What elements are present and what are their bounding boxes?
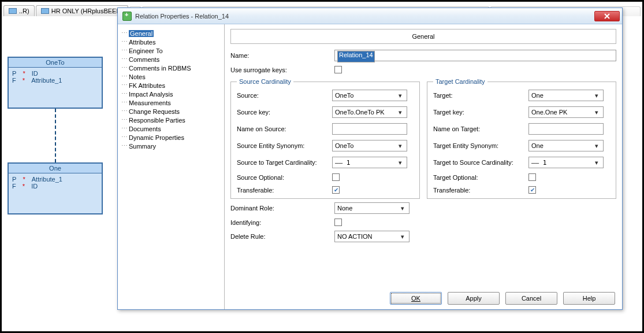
select-value: One.One PK (531, 109, 567, 116)
entity-col-prefix: P (12, 70, 16, 77)
tree-dash-icon: ⋯ (121, 142, 128, 150)
entity-body: P * Attribute_1 F * ID (9, 173, 102, 192)
tree-item[interactable]: ⋯Comments in RDBMS (121, 64, 221, 72)
entity-title: One (9, 164, 102, 173)
diagram-icon (41, 8, 49, 14)
target-select[interactable]: One▾ (528, 90, 604, 101)
tree-item-label: Impact Analysis (129, 91, 173, 98)
tree-dash-icon: ⋯ (121, 56, 128, 63)
diagram-icon (9, 8, 17, 14)
tree-item-label: General (129, 30, 154, 37)
mandatory-mark: * (23, 176, 25, 183)
help-button[interactable]: Help (563, 292, 615, 305)
chevron-down-icon: ▾ (396, 159, 404, 166)
tree-item[interactable]: ⋯Dynamic Properties (121, 133, 221, 142)
tree-item[interactable]: ⋯Summary (121, 142, 221, 150)
entity-body: P * ID F * Attribute_1 (9, 68, 102, 86)
select-value: —— 1 (531, 159, 547, 166)
target-label: Target: (433, 92, 528, 99)
ok-button[interactable]: OK (390, 292, 442, 305)
tree-item[interactable]: ⋯General (121, 29, 221, 38)
tree-item[interactable]: ⋯Responsible Parties (121, 116, 221, 124)
identifying-checkbox[interactable] (334, 219, 342, 226)
tree-item-label: Responsible Parties (129, 117, 185, 124)
chevron-down-icon: ▾ (593, 92, 601, 99)
select-value: OneTo (335, 142, 353, 149)
tree-item[interactable]: ⋯Change Requests (121, 107, 221, 116)
tree-item-label: Change Requests (129, 108, 180, 115)
entity-col-name: Attribute_1 (31, 77, 62, 84)
tree-dash-icon: ⋯ (121, 38, 128, 46)
dialog-title: Relation Properties - Relation_14 (135, 13, 594, 20)
tab-item[interactable]: HR ONLY (HRplusBEER) (36, 5, 128, 16)
source-select[interactable]: OneTo▾ (332, 90, 407, 101)
tree-dash-icon: ⋯ (121, 64, 128, 72)
surrogate-label: Use surrogate keys: (230, 66, 334, 73)
tree-dash-icon: ⋯ (121, 99, 128, 106)
source-legend: Source Cardinality (237, 78, 293, 85)
tree-item[interactable]: ⋯Notes (121, 72, 221, 81)
mandatory-mark: * (23, 183, 25, 190)
name-value-selected: Relation_14 (337, 51, 375, 62)
entity-col-prefix: P (12, 176, 16, 183)
name-on-source-input[interactable] (332, 123, 407, 135)
name-on-target-input[interactable] (528, 123, 604, 135)
tree-item-label: Summary (129, 143, 156, 150)
close-button[interactable] (594, 11, 620, 21)
chevron-down-icon: ▾ (593, 159, 601, 166)
target-optional-checkbox[interactable] (528, 173, 536, 181)
tree-item[interactable]: ⋯Engineer To (121, 46, 221, 55)
entity-col-prefix: F (12, 183, 16, 190)
tree-item[interactable]: ⋯FK Attributes (121, 81, 221, 90)
name-input[interactable]: Relation_14 (334, 50, 616, 61)
chevron-down-icon: ▾ (396, 109, 404, 116)
tree-item[interactable]: ⋯Comments (121, 55, 221, 64)
chevron-down-icon: ▾ (396, 92, 404, 99)
source-transferable-checkbox[interactable]: ✔ (332, 186, 340, 194)
tree-item[interactable]: ⋯Measurements (121, 98, 221, 107)
source-key-label: Source key: (237, 109, 332, 116)
source-cardinality-select[interactable]: —— 1▾ (332, 157, 407, 168)
source-cardinality-group: Source Cardinality Source: OneTo▾ Source… (230, 78, 420, 199)
target-key-select[interactable]: One.One PK▾ (528, 106, 604, 118)
tree-item[interactable]: ⋯Documents (121, 124, 221, 133)
tree-item[interactable]: ⋯Impact Analysis (121, 90, 221, 98)
tree-item-label: Comments (129, 56, 159, 63)
target-key-label: Target key: (433, 109, 528, 116)
relation-properties-dialog: Relation Properties - Relation_14 ⋯Gener… (117, 8, 623, 310)
entity-col-name: ID (32, 70, 38, 77)
surrogate-checkbox[interactable] (334, 66, 342, 73)
relation-icon (122, 12, 132, 21)
chevron-down-icon: ▾ (593, 109, 601, 116)
tab-item[interactable]: ..R) (3, 5, 35, 16)
dialog-titlebar[interactable]: Relation Properties - Relation_14 (118, 8, 622, 24)
target-transferable-checkbox[interactable]: ✔ (528, 186, 536, 194)
chevron-down-icon: ▾ (593, 142, 601, 150)
tree-item-label: Comments in RDBMS (129, 65, 191, 72)
tree-item[interactable]: ⋯Attributes (121, 38, 221, 46)
apply-button[interactable]: Apply (448, 292, 500, 305)
select-value: None (337, 205, 352, 212)
cancel-button[interactable]: Cancel (505, 292, 557, 305)
dominant-role-label: Dominant Role: (230, 205, 334, 212)
tree-dash-icon: ⋯ (121, 108, 128, 115)
source-transferable-label: Transferable: (237, 187, 332, 194)
dominant-role-select[interactable]: None▾ (334, 202, 410, 214)
delete-rule-select[interactable]: NO ACTION▾ (334, 231, 410, 242)
relation-connector[interactable] (55, 109, 56, 162)
source-synonym-select[interactable]: OneTo▾ (332, 140, 407, 151)
name-on-target-label: Name on Target: (433, 125, 528, 132)
close-icon (604, 13, 610, 19)
dialog-button-bar: OK Apply Cancel Help (390, 292, 615, 305)
entity-box-oneto[interactable]: OneTo P * ID F * Attribute_1 (8, 57, 103, 109)
target-synonym-select[interactable]: One▾ (528, 140, 604, 151)
source-optional-checkbox[interactable] (332, 173, 340, 181)
select-value: —— 1 (335, 159, 351, 166)
target-cardinality-select[interactable]: —— 1▾ (528, 157, 604, 168)
tree-item-label: FK Attributes (129, 82, 165, 89)
target-synonym-label: Target Entity Synonym: (433, 142, 528, 149)
name-label: Name: (230, 52, 334, 59)
entity-box-one[interactable]: One P * Attribute_1 F * ID (8, 162, 103, 214)
source-key-select[interactable]: OneTo.OneTo PK▾ (332, 106, 407, 118)
source-optional-label: Source Optional: (237, 174, 332, 181)
